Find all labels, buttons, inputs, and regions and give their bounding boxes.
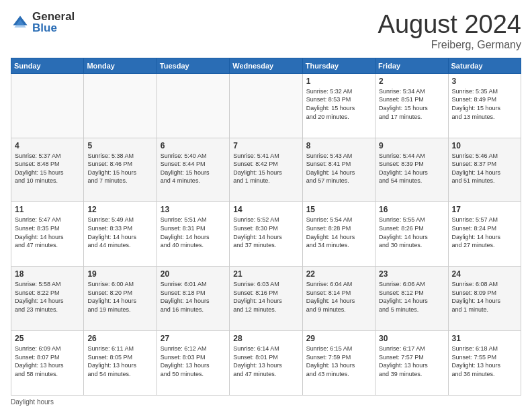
day-info: Sunrise: 6:08 AM Sunset: 8:09 PM Dayligh… [452, 280, 517, 314]
day-info: Sunrise: 5:41 AM Sunset: 8:42 PM Dayligh… [233, 152, 298, 185]
calendar-cell: 1Sunrise: 5:32 AM Sunset: 8:53 PM Daylig… [302, 73, 375, 138]
col-tuesday: Tuesday [157, 58, 229, 73]
calendar-cell: 17Sunrise: 5:57 AM Sunset: 8:24 PM Dayli… [448, 202, 521, 267]
calendar-row-3: 18Sunrise: 5:58 AM Sunset: 8:22 PM Dayli… [11, 267, 521, 331]
calendar-cell: 24Sunrise: 6:08 AM Sunset: 8:09 PM Dayli… [448, 267, 521, 331]
day-info: Sunrise: 5:37 AM Sunset: 8:48 PM Dayligh… [15, 152, 80, 185]
col-wednesday: Wednesday [230, 58, 302, 73]
day-info: Sunrise: 6:06 AM Sunset: 8:12 PM Dayligh… [379, 280, 444, 314]
logo: General Blue [11, 11, 75, 34]
day-number: 16 [379, 205, 444, 214]
day-number: 8 [306, 141, 371, 150]
calendar-row-0: 1Sunrise: 5:32 AM Sunset: 8:53 PM Daylig… [11, 73, 521, 138]
calendar-cell: 27Sunrise: 6:12 AM Sunset: 8:03 PM Dayli… [157, 331, 229, 396]
calendar-cell: 13Sunrise: 5:51 AM Sunset: 8:31 PM Dayli… [157, 202, 229, 267]
day-info: Sunrise: 5:55 AM Sunset: 8:26 PM Dayligh… [379, 216, 444, 249]
month-title: August 2024 [378, 11, 521, 39]
calendar-header-row: Sunday Monday Tuesday Wednesday Thursday… [11, 58, 521, 73]
calendar-cell [11, 73, 84, 138]
day-number: 17 [452, 205, 517, 214]
calendar-cell: 20Sunrise: 6:01 AM Sunset: 8:18 PM Dayli… [157, 267, 229, 331]
day-number: 19 [87, 269, 152, 279]
day-number: 26 [87, 334, 152, 343]
calendar-cell: 9Sunrise: 5:44 AM Sunset: 8:39 PM Daylig… [375, 138, 448, 202]
day-number: 1 [306, 77, 371, 86]
calendar-cell: 8Sunrise: 5:43 AM Sunset: 8:41 PM Daylig… [302, 138, 375, 202]
col-sunday: Sunday [11, 58, 84, 73]
calendar-cell [230, 73, 302, 138]
calendar-cell: 4Sunrise: 5:37 AM Sunset: 8:48 PM Daylig… [11, 138, 84, 202]
day-info: Sunrise: 5:52 AM Sunset: 8:30 PM Dayligh… [233, 216, 298, 249]
calendar-row-2: 11Sunrise: 5:47 AM Sunset: 8:35 PM Dayli… [11, 202, 521, 267]
logo-icon [11, 13, 30, 32]
day-info: Sunrise: 6:11 AM Sunset: 8:05 PM Dayligh… [87, 345, 152, 378]
day-info: Sunrise: 5:43 AM Sunset: 8:41 PM Dayligh… [306, 152, 371, 185]
day-number: 6 [161, 141, 226, 150]
page: General Blue August 2024 Freiberg, Germa… [0, 0, 532, 411]
calendar-cell: 28Sunrise: 6:14 AM Sunset: 8:01 PM Dayli… [230, 331, 302, 396]
calendar-cell: 3Sunrise: 5:35 AM Sunset: 8:49 PM Daylig… [448, 73, 521, 138]
day-number: 27 [161, 334, 226, 343]
calendar-cell: 19Sunrise: 6:00 AM Sunset: 8:20 PM Dayli… [84, 267, 157, 331]
day-info: Sunrise: 6:12 AM Sunset: 8:03 PM Dayligh… [161, 345, 226, 378]
calendar-cell [157, 73, 229, 138]
calendar-cell: 5Sunrise: 5:38 AM Sunset: 8:46 PM Daylig… [84, 138, 157, 202]
day-info: Sunrise: 5:57 AM Sunset: 8:24 PM Dayligh… [452, 216, 517, 249]
day-info: Sunrise: 5:32 AM Sunset: 8:53 PM Dayligh… [306, 87, 371, 121]
day-info: Sunrise: 6:04 AM Sunset: 8:14 PM Dayligh… [306, 280, 371, 314]
location-title: Freiberg, Germany [378, 39, 521, 51]
calendar-cell: 14Sunrise: 5:52 AM Sunset: 8:30 PM Dayli… [230, 202, 302, 267]
calendar-row-1: 4Sunrise: 5:37 AM Sunset: 8:48 PM Daylig… [11, 138, 521, 202]
day-number: 10 [452, 141, 517, 150]
day-info: Sunrise: 5:51 AM Sunset: 8:31 PM Dayligh… [161, 216, 226, 249]
calendar-cell: 10Sunrise: 5:46 AM Sunset: 8:37 PM Dayli… [448, 138, 521, 202]
calendar-cell: 12Sunrise: 5:49 AM Sunset: 8:33 PM Dayli… [84, 202, 157, 267]
col-friday: Friday [375, 58, 448, 73]
calendar-cell: 25Sunrise: 6:09 AM Sunset: 8:07 PM Dayli… [11, 331, 84, 396]
day-number: 5 [87, 141, 152, 150]
calendar-cell: 16Sunrise: 5:55 AM Sunset: 8:26 PM Dayli… [375, 202, 448, 267]
day-number: 29 [306, 334, 371, 343]
day-number: 11 [15, 205, 80, 214]
day-number: 4 [15, 141, 80, 150]
day-info: Sunrise: 5:44 AM Sunset: 8:39 PM Dayligh… [379, 152, 444, 185]
footer-note: Daylight hours [11, 398, 521, 406]
calendar-cell: 2Sunrise: 5:34 AM Sunset: 8:51 PM Daylig… [375, 73, 448, 138]
day-info: Sunrise: 6:15 AM Sunset: 7:59 PM Dayligh… [306, 345, 371, 378]
day-info: Sunrise: 6:09 AM Sunset: 8:07 PM Dayligh… [15, 345, 80, 378]
day-number: 24 [452, 269, 517, 279]
day-number: 3 [452, 77, 517, 86]
calendar-cell: 29Sunrise: 6:15 AM Sunset: 7:59 PM Dayli… [302, 331, 375, 396]
col-saturday: Saturday [448, 58, 521, 73]
calendar-cell: 23Sunrise: 6:06 AM Sunset: 8:12 PM Dayli… [375, 267, 448, 331]
day-info: Sunrise: 5:34 AM Sunset: 8:51 PM Dayligh… [379, 87, 444, 121]
day-info: Sunrise: 5:54 AM Sunset: 8:28 PM Dayligh… [306, 216, 371, 249]
calendar-cell [84, 73, 157, 138]
day-info: Sunrise: 6:01 AM Sunset: 8:18 PM Dayligh… [161, 280, 226, 314]
calendar-cell: 31Sunrise: 6:18 AM Sunset: 7:55 PM Dayli… [448, 331, 521, 396]
day-number: 14 [233, 205, 298, 214]
day-number: 20 [161, 269, 226, 279]
day-info: Sunrise: 6:17 AM Sunset: 7:57 PM Dayligh… [379, 345, 444, 378]
calendar-cell: 30Sunrise: 6:17 AM Sunset: 7:57 PM Dayli… [375, 331, 448, 396]
day-number: 18 [15, 269, 80, 279]
day-info: Sunrise: 5:35 AM Sunset: 8:49 PM Dayligh… [452, 87, 517, 121]
col-monday: Monday [84, 58, 157, 73]
calendar-cell: 18Sunrise: 5:58 AM Sunset: 8:22 PM Dayli… [11, 267, 84, 331]
day-info: Sunrise: 5:46 AM Sunset: 8:37 PM Dayligh… [452, 152, 517, 185]
day-number: 13 [161, 205, 226, 214]
day-number: 7 [233, 141, 298, 150]
title-block: August 2024 Freiberg, Germany [378, 11, 521, 51]
calendar-cell: 6Sunrise: 5:40 AM Sunset: 8:44 PM Daylig… [157, 138, 229, 202]
day-number: 25 [15, 334, 80, 343]
day-number: 30 [379, 334, 444, 343]
day-number: 22 [306, 269, 371, 279]
day-info: Sunrise: 5:40 AM Sunset: 8:44 PM Dayligh… [161, 152, 226, 185]
calendar-cell: 7Sunrise: 5:41 AM Sunset: 8:42 PM Daylig… [230, 138, 302, 202]
day-number: 15 [306, 205, 371, 214]
day-number: 31 [452, 334, 517, 343]
day-number: 12 [87, 205, 152, 214]
day-info: Sunrise: 5:58 AM Sunset: 8:22 PM Dayligh… [15, 280, 80, 314]
calendar-cell: 21Sunrise: 6:03 AM Sunset: 8:16 PM Dayli… [230, 267, 302, 331]
day-info: Sunrise: 6:03 AM Sunset: 8:16 PM Dayligh… [233, 280, 298, 314]
